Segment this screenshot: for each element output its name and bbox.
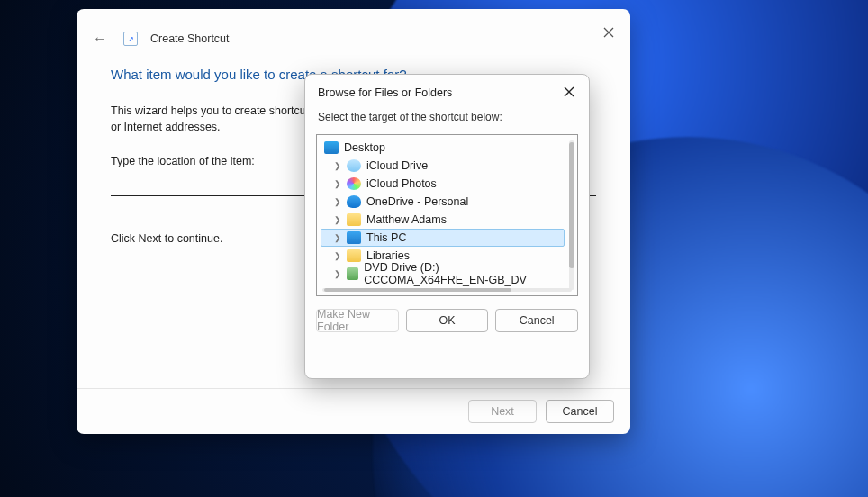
tree-item-label: Libraries [366,249,410,262]
wizard-close-button[interactable] [598,22,619,43]
close-icon [603,27,614,38]
browse-dialog: Browse for Files or Folders Select the t… [304,74,590,379]
browse-footer: Make New Folder OK Cancel [305,309,589,343]
browse-header: Browse for Files or Folders [305,75,589,105]
chevron-right-icon[interactable]: ❯ [334,162,341,169]
pc-icon [347,231,361,244]
chevron-right-icon[interactable]: ❯ [334,198,341,205]
tree-item-label: iCloud Drive [366,159,428,172]
browse-close-button[interactable] [562,86,576,100]
tree-item-label: Desktop [344,141,385,154]
chevron-right-icon[interactable]: ❯ [334,234,341,241]
browse-instructions: Select the target of the shortcut below: [305,105,589,134]
wizard-title: Create Shortcut [150,32,230,45]
tree-item-label: This PC [366,231,406,244]
folder-tree-inner: Desktop ❯iCloud Drive❯iCloud Photos❯OneD… [317,135,577,286]
cancel-button[interactable]: Cancel [546,400,614,423]
tree-root-desktop[interactable]: Desktop [321,139,565,157]
ok-button[interactable]: OK [406,309,489,332]
tree-vertical-scrollbar[interactable] [569,140,574,290]
dvd-icon [347,267,358,280]
tree-item-label: Matthew Adams [366,213,447,226]
tree-item-label: iCloud Photos [366,177,437,190]
folder-icon [347,249,361,262]
tree-item[interactable]: ❯DVD Drive (D:) CCCOMA_X64FRE_EN-GB_DV [321,265,565,283]
chevron-right-icon[interactable]: ❯ [334,216,341,223]
folder-tree: Desktop ❯iCloud Drive❯iCloud Photos❯OneD… [316,134,578,296]
tree-item[interactable]: ❯This PC [321,229,565,247]
back-arrow-icon[interactable]: ← [89,31,111,47]
tree-item[interactable]: ❯iCloud Photos [321,175,565,193]
make-new-folder-button[interactable]: Make New Folder [316,309,399,332]
icloud-icon [347,159,361,172]
tree-item[interactable]: ❯OneDrive - Personal [321,193,565,211]
close-icon [564,86,574,97]
chevron-right-icon[interactable]: ❯ [334,180,341,187]
photos-icon [347,177,361,190]
tree-item[interactable]: ❯iCloud Drive [321,157,565,175]
tree-item-label: DVD Drive (D:) CCCOMA_X64FRE_EN-GB_DV [364,261,564,286]
chevron-right-icon[interactable]: ❯ [334,252,341,259]
wizard-footer: Next Cancel [77,388,630,434]
tree-item[interactable]: ❯Matthew Adams [321,211,565,229]
shortcut-icon: ↗ [123,32,138,46]
browse-title: Browse for Files or Folders [318,86,452,99]
desktop-icon [324,141,339,154]
tree-item-label: OneDrive - Personal [366,195,468,208]
chevron-right-icon[interactable]: ❯ [334,270,341,277]
onedrive-icon [347,195,361,208]
tree-horizontal-scrollbar[interactable] [322,288,572,292]
folder-icon [347,213,361,226]
wizard-header: ← ↗ Create Shortcut [77,9,630,47]
browse-cancel-button[interactable]: Cancel [495,309,578,332]
next-button[interactable]: Next [468,400,537,423]
